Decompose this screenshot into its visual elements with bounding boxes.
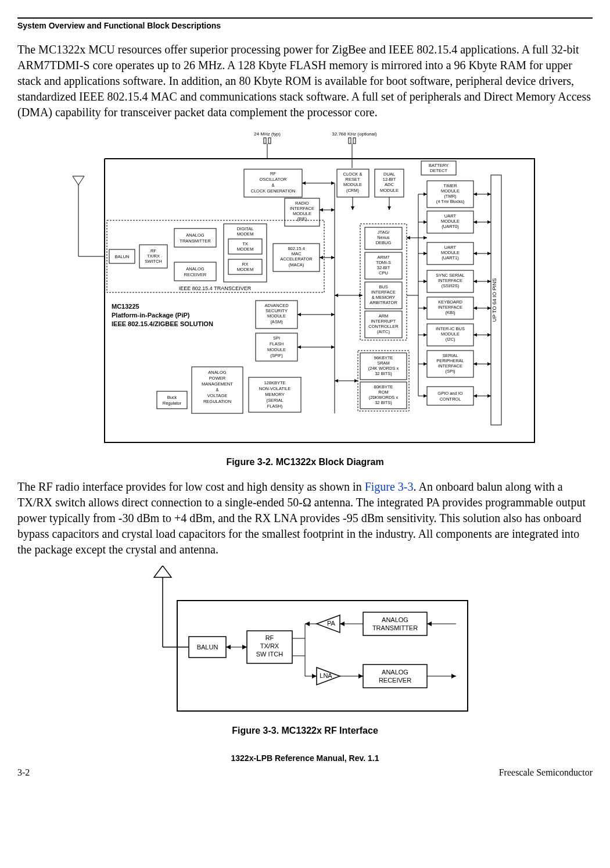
svg-text:(TMR): (TMR) [444, 194, 457, 199]
svg-text:INTER-IC BUS: INTER-IC BUS [436, 326, 465, 331]
svg-text:CLOCK GENERATION: CLOCK GENERATION [251, 188, 296, 194]
svg-text:ANALOG: ANALOG [186, 233, 204, 238]
footer-manual-title: 1322x-LPB Reference Manual, Rev. 1.1 [17, 753, 593, 763]
svg-text:MODEM: MODEM [237, 231, 254, 237]
svg-text:GPIO and IO: GPIO and IO [437, 391, 463, 396]
svg-text:MODEM: MODEM [237, 247, 254, 252]
svg-text:UART: UART [444, 213, 457, 219]
svg-text:MODEM: MODEM [237, 267, 254, 272]
svg-text:ANALOG: ANALOG [382, 669, 408, 676]
svg-text:ACCELERATOR: ACCELERATOR [280, 256, 313, 262]
svg-rect-190 [363, 665, 427, 688]
svg-text:(KBI): (KBI) [445, 310, 455, 315]
svg-text:SWITCH: SWITCH [145, 259, 162, 264]
svg-text:ADC: ADC [385, 182, 394, 187]
svg-rect-177 [177, 601, 468, 711]
svg-rect-4 [353, 138, 356, 144]
lna: LNA [320, 672, 332, 679]
svg-text:ADVANCED: ADVANCED [264, 303, 289, 308]
svg-text:(UART1): (UART1) [442, 255, 459, 260]
svg-text:ARBITRATOR: ARBITRATOR [369, 300, 397, 305]
svg-rect-1 [268, 138, 271, 144]
svg-text:Nexus: Nexus [377, 235, 390, 240]
balun2: BALUN [197, 644, 218, 651]
svg-rect-0 [264, 138, 266, 144]
svg-text:(SERIAL: (SERIAL [266, 398, 283, 403]
svg-text:ARM7: ARM7 [378, 255, 390, 260]
svg-text:MODULE: MODULE [343, 182, 362, 187]
svg-text:& MEMORY: & MEMORY [372, 295, 396, 300]
figure-3-2-caption: Figure 3-2. MC1322x Block Diagram [17, 457, 593, 467]
svg-text:MODULE: MODULE [293, 211, 311, 216]
svg-text:ANALOG: ANALOG [186, 266, 204, 272]
svg-text:32 BITS): 32 BITS) [375, 371, 392, 376]
svg-text:DEBUG: DEBUG [376, 240, 392, 245]
paragraph-2: The RF radio interface provides for low … [17, 479, 593, 558]
svg-text:96KBYTE: 96KBYTE [374, 355, 393, 360]
svg-text:BATTERY: BATTERY [429, 163, 448, 168]
svg-text:INTERFACE: INTERFACE [438, 278, 462, 283]
svg-text:ANALOG: ANALOG [208, 370, 226, 375]
figure-3-3: BALUN RF TX/RX SW ITCH PA LNA ANALOG TRA… [17, 566, 593, 720]
svg-text:TX/RX: TX/RX [260, 642, 279, 649]
svg-text:(SSI/I2S): (SSI/I2S) [442, 283, 460, 288]
svg-text:(RIF): (RIF) [297, 216, 307, 222]
paragraph-1: The MC1322x MCU resources offer superior… [17, 42, 593, 120]
svg-rect-187 [363, 612, 427, 635]
svg-rect-3 [349, 138, 351, 144]
svg-text:CONTROL: CONTROL [440, 397, 461, 402]
svg-text:VOLTAGE: VOLTAGE [207, 393, 227, 398]
svg-text:(MACA): (MACA) [289, 262, 304, 267]
top-rule [17, 17, 593, 19]
svg-text:SRAM: SRAM [377, 360, 390, 366]
figure-3-3-link[interactable]: Figure 3-3 [365, 480, 414, 493]
svg-text:SPI: SPI [273, 335, 280, 341]
io-pins-label: UP TO 64 IO PINS [491, 278, 497, 322]
svg-text:SECURITY: SECURITY [265, 308, 288, 313]
svg-text:TRANSMITTER: TRANSMITTER [372, 624, 418, 631]
svg-text:BUS: BUS [379, 284, 387, 290]
svg-rect-15 [174, 262, 216, 281]
svg-text:MODULE: MODULE [380, 188, 399, 193]
svg-text:DETECT: DETECT [430, 168, 447, 173]
svg-text:(AITC): (AITC) [377, 329, 390, 334]
svg-text:NON-VOLATILE: NON-VOLATILE [259, 386, 290, 391]
mc13225-title-l2: Platform-in-Package (PiP) [112, 312, 190, 319]
svg-text:TX: TX [242, 241, 248, 247]
figure-3-2: 24 MHz (typ) 32.768 KHz (optional) [17, 128, 593, 451]
svg-text:32 BITS): 32 BITS) [375, 400, 392, 405]
section-header: System Overview and Functional Block Des… [17, 21, 593, 30]
svg-text:INTERFACE: INTERFACE [371, 290, 396, 295]
clock-32khz-label: 32.768 KHz (optional) [332, 131, 377, 137]
svg-text:DIGITAL: DIGITAL [237, 226, 254, 231]
balun-label: BALUN [114, 254, 129, 259]
svg-text:SW ITCH: SW ITCH [256, 651, 283, 658]
svg-text:OSCILLATOR: OSCILLATOR [260, 177, 287, 182]
svg-text:(ASM): (ASM) [270, 319, 283, 324]
svg-text:128KBYTE: 128KBYTE [264, 380, 285, 385]
mc13225-title-l1: MC13225 [112, 303, 139, 310]
svg-text:12-BIT: 12-BIT [383, 177, 396, 182]
svg-text:MEMORY: MEMORY [265, 392, 285, 397]
svg-text:TDMI-S: TDMI-S [376, 260, 391, 265]
svg-text:(20KWORDS x: (20KWORDS x [369, 395, 399, 400]
svg-text:RECEIVER: RECEIVER [184, 272, 207, 277]
svg-text:RECEIVER: RECEIVER [379, 677, 411, 684]
svg-text:UART: UART [444, 245, 457, 250]
transceiver-label: IEEE 802.15.4 TRANSCEIVER [179, 285, 252, 291]
svg-text:(SPI): (SPI) [445, 369, 455, 374]
svg-rect-12 [174, 228, 216, 247]
svg-text:KEYBOARD: KEYBOARD [438, 299, 462, 305]
footer-company: Freescale Semiconductor [499, 767, 593, 778]
svg-text:(CRM): (CRM) [346, 188, 360, 193]
svg-text:SERIAL: SERIAL [443, 353, 458, 358]
svg-rect-66 [157, 391, 187, 409]
svg-text:MODULE: MODULE [441, 219, 460, 224]
svg-text:&: & [271, 183, 274, 188]
svg-text:FLASH: FLASH [270, 341, 284, 347]
svg-text:MODULE: MODULE [441, 188, 460, 194]
svg-text:RF: RF [150, 248, 156, 253]
footer-page-number: 3-2 [17, 767, 30, 778]
svg-text:MODULE: MODULE [441, 331, 460, 337]
svg-text:JTAG/: JTAG/ [378, 230, 390, 235]
